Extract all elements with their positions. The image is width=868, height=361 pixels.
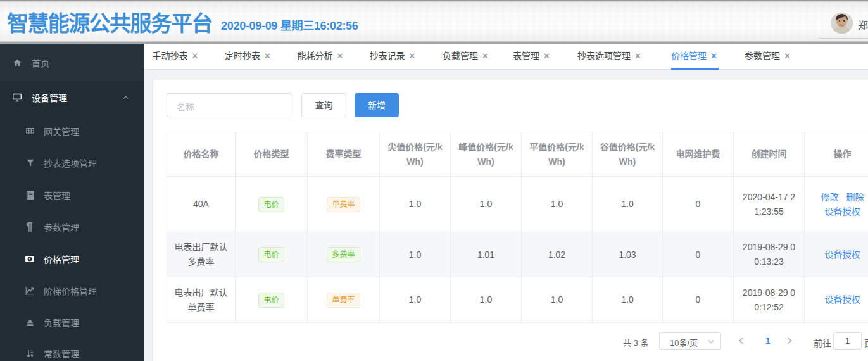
svg-text:9: 9 [30, 353, 33, 358]
svg-text:1: 1 [30, 349, 33, 353]
